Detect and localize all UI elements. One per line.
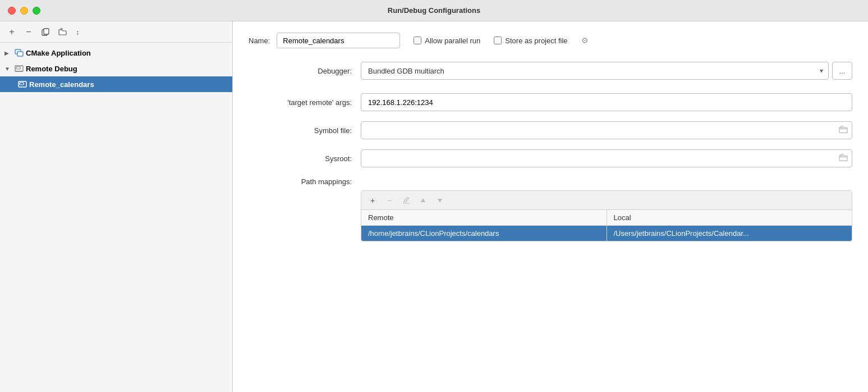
svg-rect-1 bbox=[44, 29, 49, 34]
path-mappings-label: Path mappings: bbox=[249, 177, 361, 186]
sidebar-item-remote-calendars[interactable]: Remote_calendars bbox=[0, 76, 232, 92]
mapping-local-cell: /Users/jetbrains/CLionProjects/Calendar.… bbox=[607, 226, 852, 241]
mapping-down-button[interactable] bbox=[433, 194, 447, 207]
allow-parallel-label: Allow parallel run bbox=[425, 37, 480, 45]
sidebar-item-remote-debug[interactable]: ▼ Remote Debug bbox=[0, 61, 232, 76]
mapping-table: Remote Local /home/jetbrains/CLionProjec… bbox=[361, 210, 852, 241]
sidebar-toolbar: + − ↕ bbox=[0, 21, 232, 43]
path-mappings-container: + − bbox=[361, 190, 852, 241]
add-config-button[interactable]: + bbox=[4, 25, 19, 39]
close-button[interactable] bbox=[8, 7, 16, 15]
checkboxes-group: Allow parallel run Store as project file… bbox=[414, 36, 588, 45]
sysroot-label: Sysroot: bbox=[249, 154, 361, 163]
content-panel: Name: Allow parallel run Store as projec… bbox=[233, 21, 868, 392]
svg-marker-13 bbox=[421, 198, 425, 202]
svg-rect-9 bbox=[20, 83, 24, 85]
store-as-project-input[interactable] bbox=[494, 37, 502, 44]
name-row: Name: Allow parallel run Store as projec… bbox=[249, 33, 852, 48]
allow-parallel-checkbox[interactable]: Allow parallel run bbox=[414, 37, 480, 45]
tree-arrow-remote: ▼ bbox=[4, 66, 12, 72]
sidebar-item-cmake-application[interactable]: ▶ CMake Application bbox=[0, 45, 232, 61]
mapping-header-local: Local bbox=[607, 210, 852, 226]
mapping-toolbar: + − bbox=[361, 191, 852, 210]
name-label: Name: bbox=[249, 37, 270, 45]
config-icon bbox=[18, 80, 27, 89]
maximize-button[interactable] bbox=[33, 7, 40, 15]
mapping-edit-button[interactable] bbox=[399, 194, 413, 207]
svg-text:↕: ↕ bbox=[76, 29, 79, 36]
debugger-label: Debugger: bbox=[249, 67, 361, 75]
target-remote-label: 'target remote' args: bbox=[249, 98, 361, 107]
sidebar: + − ↕ bbox=[0, 21, 233, 392]
mapping-add-button[interactable]: + bbox=[366, 194, 379, 207]
symbol-file-input[interactable] bbox=[361, 121, 852, 139]
store-as-project-label: Store as project file bbox=[505, 37, 567, 45]
mapping-remote-cell: /home/jetbrains/CLionProjects/calendars bbox=[361, 226, 607, 241]
sysroot-input[interactable] bbox=[361, 149, 852, 167]
dots-button[interactable]: ... bbox=[832, 62, 852, 80]
traffic-lights bbox=[8, 7, 40, 15]
sort-config-button[interactable]: ↕ bbox=[72, 25, 86, 39]
symbol-file-row: Symbol file: bbox=[249, 121, 852, 139]
debugger-row: Debugger: Bundled GDB multiarch ▾ ... bbox=[249, 62, 852, 80]
sidebar-tree: ▶ CMake Application ▼ bbox=[0, 43, 232, 392]
mapping-up-button[interactable] bbox=[416, 194, 430, 207]
allow-parallel-input[interactable] bbox=[414, 37, 421, 44]
minimize-button[interactable] bbox=[20, 7, 28, 15]
copy-config-button[interactable] bbox=[38, 25, 53, 39]
remote-debug-label: Remote Debug bbox=[26, 65, 77, 73]
table-row[interactable]: /home/jetbrains/CLionProjects/calendars … bbox=[361, 226, 852, 241]
target-remote-row: 'target remote' args: bbox=[249, 93, 852, 111]
svg-rect-6 bbox=[16, 67, 20, 69]
symbol-file-control bbox=[361, 121, 852, 139]
path-mappings-table-section: + − bbox=[361, 190, 852, 241]
folder-config-button[interactable] bbox=[55, 25, 70, 39]
sysroot-row: Sysroot: bbox=[249, 149, 852, 167]
path-mappings-label-row: Path mappings: bbox=[249, 177, 852, 186]
name-input[interactable] bbox=[277, 33, 400, 48]
title-bar: Run/Debug Configurations bbox=[0, 0, 868, 21]
mapping-table-header-row: Remote Local bbox=[361, 210, 852, 226]
target-remote-input[interactable] bbox=[361, 93, 852, 111]
debugger-select[interactable]: Bundled GDB multiarch bbox=[361, 62, 829, 80]
main-window: Run/Debug Configurations + − bbox=[0, 0, 868, 392]
path-mappings-section: Path mappings: + − bbox=[249, 177, 852, 241]
cmake-label: CMake Application bbox=[26, 49, 91, 57]
cmake-icon bbox=[15, 48, 24, 57]
tree-arrow-cmake: ▶ bbox=[4, 50, 12, 56]
remote-debug-icon bbox=[15, 64, 24, 73]
svg-rect-4 bbox=[17, 52, 23, 56]
mapping-remove-button[interactable]: − bbox=[383, 194, 396, 207]
target-remote-control bbox=[361, 93, 852, 111]
symbol-file-label: Symbol file: bbox=[249, 126, 361, 135]
window-title: Run/Debug Configurations bbox=[388, 6, 480, 15]
svg-marker-14 bbox=[438, 199, 442, 203]
main-layout: + − ↕ bbox=[0, 21, 868, 392]
debugger-select-wrapper: Bundled GDB multiarch ▾ bbox=[361, 62, 829, 80]
store-as-project-checkbox[interactable]: Store as project file bbox=[494, 37, 567, 45]
sysroot-control bbox=[361, 149, 852, 167]
remove-config-button[interactable]: − bbox=[21, 25, 36, 39]
remote-calendars-label: Remote_calendars bbox=[29, 80, 94, 89]
mapping-header-remote: Remote bbox=[361, 210, 607, 226]
gear-icon[interactable]: ⚙ bbox=[581, 36, 589, 45]
